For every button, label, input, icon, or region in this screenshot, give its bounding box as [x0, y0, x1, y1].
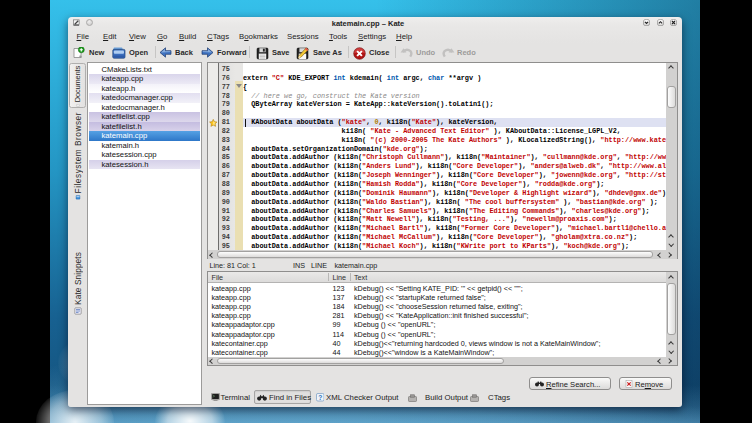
svg-text:?: ? [318, 394, 322, 401]
